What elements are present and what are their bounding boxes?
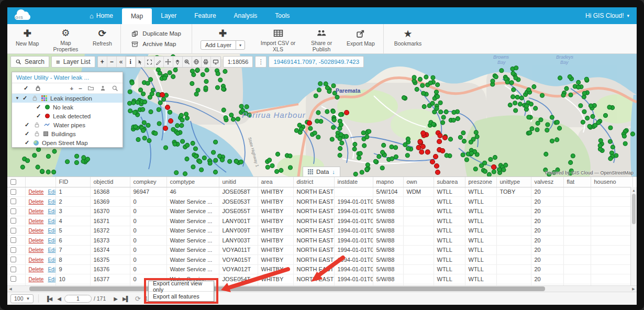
no-leak-point[interactable]	[194, 154, 198, 159]
no-leak-point[interactable]	[168, 110, 172, 114]
no-leak-point[interactable]	[581, 120, 585, 124]
menu-item-export-all-features[interactable]: Export all features	[149, 291, 214, 301]
menu-item-export-current-view[interactable]: Export current view only	[149, 281, 214, 291]
edit-link[interactable]: Edit	[48, 276, 55, 282]
no-leak-point[interactable]	[518, 102, 522, 106]
more-options-button[interactable]: ⋮	[255, 56, 267, 68]
no-leak-point[interactable]	[179, 113, 183, 117]
no-leak-point[interactable]	[431, 75, 435, 80]
no-leak-point[interactable]	[150, 92, 154, 96]
import-csv-button[interactable]: Import CSV or XLS	[254, 24, 302, 53]
row-checkbox[interactable]	[10, 218, 16, 224]
tab-map[interactable]: Map	[122, 8, 152, 24]
no-leak-point[interactable]	[406, 147, 410, 151]
user-menu[interactable]: Hi GIS Cloud! ▾	[585, 7, 629, 24]
edit-link[interactable]: Edit	[48, 247, 55, 253]
map-canvas[interactable]: Porirua Harbour Paremata Browns Bay Brad…	[7, 54, 637, 176]
no-leak-point[interactable]	[139, 88, 143, 92]
no-leak-point[interactable]	[65, 160, 70, 164]
no-leak-point[interactable]	[607, 105, 612, 109]
gis-cloud-logo[interactable]: GIS	[7, 7, 65, 24]
no-leak-point[interactable]	[143, 100, 147, 104]
scale-indicator[interactable]: 1:18056	[223, 56, 253, 68]
lock-icon[interactable]	[34, 130, 40, 137]
no-leak-point[interactable]	[511, 71, 515, 75]
no-leak-point[interactable]	[406, 137, 410, 141]
no-leak-point[interactable]	[536, 121, 540, 125]
no-leak-point[interactable]	[288, 165, 293, 170]
delete-link[interactable]: Delete	[29, 276, 44, 282]
no-leak-point[interactable]	[338, 153, 342, 158]
no-leak-point[interactable]	[316, 110, 320, 115]
checkmark-icon[interactable]: ✓	[25, 130, 30, 137]
no-leak-point[interactable]	[40, 169, 45, 173]
no-leak-point[interactable]	[532, 85, 536, 89]
no-leak-point[interactable]	[445, 153, 449, 158]
no-leak-point[interactable]	[162, 97, 166, 102]
checkmark-icon[interactable]: ✓	[36, 104, 42, 110]
no-leak-point[interactable]	[544, 152, 548, 156]
no-leak-point[interactable]	[424, 75, 428, 79]
no-leak-point[interactable]	[403, 142, 407, 147]
chevron-down-icon[interactable]: ▾	[236, 41, 245, 49]
check-all-icon[interactable]: ✓	[24, 85, 29, 92]
no-leak-point[interactable]	[582, 109, 586, 114]
no-leak-point[interactable]	[20, 165, 25, 169]
no-leak-point[interactable]	[202, 156, 206, 160]
column-header-preszone[interactable]: preszone	[465, 177, 496, 187]
no-leak-point[interactable]	[214, 140, 218, 144]
no-leak-point[interactable]	[314, 94, 318, 98]
edit-link[interactable]: Edit	[48, 199, 55, 205]
no-leak-point[interactable]	[381, 150, 385, 154]
no-leak-point[interactable]	[156, 92, 160, 96]
map-properties-button[interactable]: ⚙ Map Properties	[44, 24, 87, 53]
leak-detected-point[interactable]	[420, 144, 425, 149]
leak-detected-point[interactable]	[492, 165, 496, 170]
delete-link[interactable]: Delete	[29, 247, 44, 253]
no-leak-point[interactable]	[529, 102, 533, 106]
no-leak-point[interactable]	[604, 114, 608, 118]
edit-link[interactable]: Edit	[48, 218, 55, 224]
no-leak-point[interactable]	[149, 78, 153, 82]
column-header-own[interactable]: own	[403, 177, 434, 187]
no-leak-point[interactable]	[487, 172, 491, 176]
no-leak-point[interactable]	[221, 108, 226, 112]
no-leak-point[interactable]	[598, 139, 603, 143]
no-leak-point[interactable]	[591, 114, 595, 118]
no-leak-point[interactable]	[514, 108, 518, 113]
no-leak-point[interactable]	[231, 117, 236, 121]
no-leak-point[interactable]	[46, 170, 50, 174]
no-leak-point[interactable]	[190, 82, 194, 86]
no-leak-point[interactable]	[338, 126, 342, 130]
delete-link[interactable]: Delete	[29, 228, 44, 234]
no-leak-point[interactable]	[131, 101, 136, 105]
no-leak-point[interactable]	[512, 87, 516, 92]
no-leak-point[interactable]	[235, 159, 239, 163]
no-leak-point[interactable]	[390, 145, 394, 149]
no-leak-point[interactable]	[330, 137, 334, 141]
no-leak-point[interactable]	[317, 88, 321, 92]
no-leak-point[interactable]	[176, 131, 180, 136]
no-leak-point[interactable]	[204, 80, 208, 84]
row-checkbox[interactable]	[10, 208, 16, 214]
no-leak-point[interactable]	[275, 170, 279, 174]
no-leak-point[interactable]	[545, 128, 549, 132]
no-leak-point[interactable]	[308, 126, 313, 130]
no-leak-point[interactable]	[608, 126, 613, 130]
no-leak-point[interactable]	[288, 154, 292, 158]
no-leak-point[interactable]	[365, 167, 369, 171]
no-leak-point[interactable]	[74, 161, 79, 165]
no-leak-point[interactable]	[428, 81, 432, 85]
no-leak-point[interactable]	[358, 151, 362, 156]
no-leak-point[interactable]	[499, 69, 504, 73]
no-leak-point[interactable]	[550, 139, 554, 143]
page-size-select[interactable]: 100▼	[10, 294, 34, 303]
no-leak-point[interactable]	[491, 79, 495, 83]
no-leak-point[interactable]	[313, 131, 317, 135]
screen-button[interactable]	[211, 57, 220, 67]
no-leak-point[interactable]	[136, 138, 140, 142]
leak-detected-point[interactable]	[430, 160, 435, 164]
row-checkbox[interactable]	[10, 276, 16, 282]
no-leak-point[interactable]	[461, 131, 465, 135]
no-leak-point[interactable]	[158, 71, 162, 75]
